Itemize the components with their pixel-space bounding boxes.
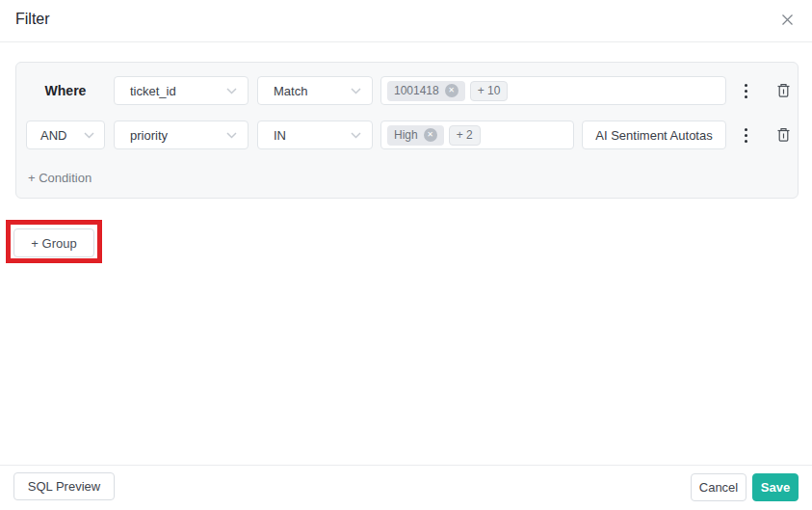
chevron-down-icon xyxy=(351,88,361,94)
value-tag-label: 1001418 xyxy=(394,84,439,97)
kebab-icon xyxy=(745,128,747,143)
trash-icon xyxy=(776,127,791,143)
add-group-button[interactable]: + Group xyxy=(13,228,94,257)
value-tag: High ✕ xyxy=(387,125,444,146)
row2-more-actions-button[interactable] xyxy=(733,121,758,149)
chevron-down-icon xyxy=(226,132,237,139)
remove-tag-icon[interactable]: ✕ xyxy=(424,128,437,142)
connector-select-row2[interactable]: AND xyxy=(26,121,105,149)
close-icon xyxy=(781,13,794,26)
value-input-row1[interactable]: 1001418 ✕ + 10 xyxy=(380,76,726,105)
save-button[interactable]: Save xyxy=(752,473,799,501)
conditions-panel: Where ticket_id Match 1001418 ✕ + 10 xyxy=(15,62,799,199)
dialog-title: Filter xyxy=(15,11,50,28)
operator-select-row2-value: IN xyxy=(274,128,286,143)
field-select-row1[interactable]: ticket_id xyxy=(114,76,249,105)
row1-more-actions-button[interactable] xyxy=(733,76,758,105)
chevron-down-icon xyxy=(84,132,94,139)
more-values-label: + 10 xyxy=(478,84,501,97)
operator-select-row1-value: Match xyxy=(274,84,307,98)
operator-select-row2[interactable]: IN xyxy=(257,121,373,149)
more-values-tag[interactable]: + 2 xyxy=(449,125,481,146)
row1-delete-button[interactable] xyxy=(771,76,796,105)
more-values-tag[interactable]: + 10 xyxy=(470,81,509,101)
value-tag-label: High xyxy=(394,128,418,142)
row2-delete-button[interactable] xyxy=(771,121,796,149)
connector-where-label: Where xyxy=(26,76,105,105)
remove-tag-icon[interactable]: ✕ xyxy=(445,84,458,97)
value-tag: 1001418 ✕ xyxy=(387,81,465,101)
more-values-label: + 2 xyxy=(457,128,473,142)
field-select-row2-value: priority xyxy=(130,128,168,143)
ai-sentiment-autotag-button[interactable]: AI Sentiment Autotas xyxy=(582,121,726,149)
value-input-row2[interactable]: High ✕ + 2 xyxy=(380,121,574,149)
field-select-row2[interactable]: priority xyxy=(114,121,249,149)
sql-preview-button[interactable]: SQL Preview xyxy=(13,472,115,500)
filter-dialog: Filter Where ticket_id Match 1001418 ✕ xyxy=(0,0,812,510)
header-divider xyxy=(0,41,812,42)
add-condition-button[interactable]: + Condition xyxy=(28,171,92,185)
chevron-down-icon xyxy=(226,88,237,94)
kebab-icon xyxy=(745,84,747,98)
footer-divider xyxy=(0,465,812,466)
cancel-button[interactable]: Cancel xyxy=(691,473,747,501)
field-select-row1-value: ticket_id xyxy=(130,84,176,98)
trash-icon xyxy=(776,83,791,98)
close-button[interactable] xyxy=(776,9,798,30)
chevron-down-icon xyxy=(351,132,361,139)
operator-select-row1[interactable]: Match xyxy=(257,76,373,105)
connector-select-row2-value: AND xyxy=(40,128,66,143)
